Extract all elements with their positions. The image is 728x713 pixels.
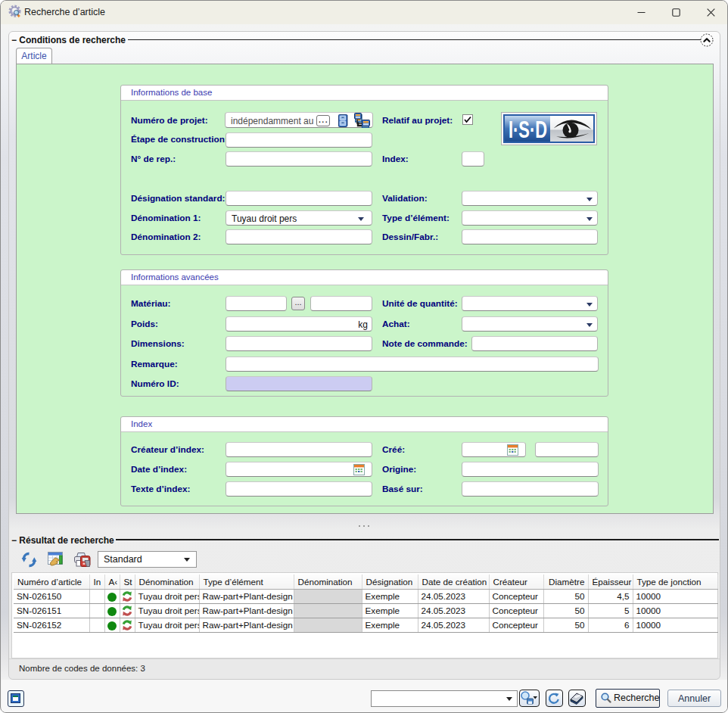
svg-text:I·S·D: I·S·D bbox=[509, 117, 547, 142]
